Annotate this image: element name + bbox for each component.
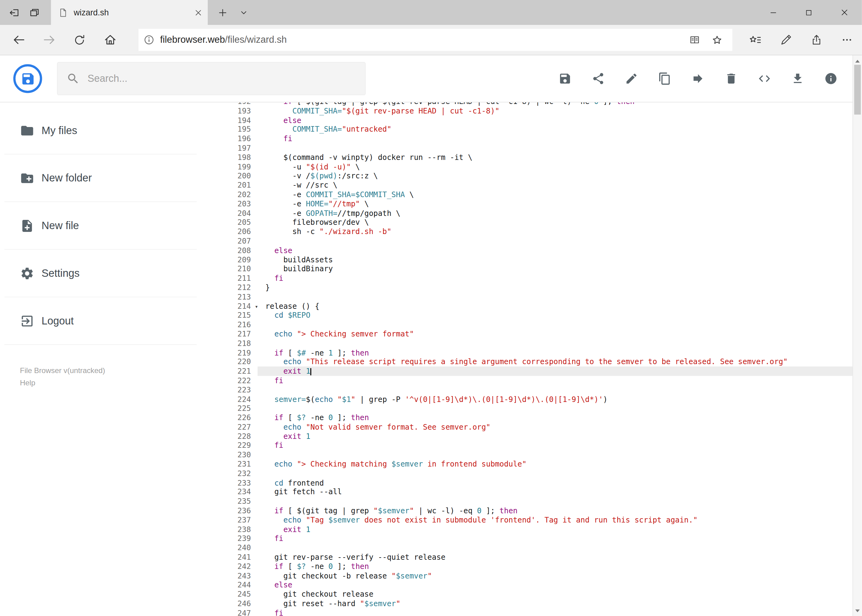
fold-toggle-icon[interactable]: ▾ bbox=[255, 302, 258, 311]
code-line[interactable]: 201 -w //src \ bbox=[223, 181, 862, 190]
address-bar[interactable]: filebrowser.web/files/wizard.sh bbox=[139, 29, 733, 51]
sidebar-item-settings[interactable]: Settings bbox=[4, 250, 197, 297]
code-line[interactable]: 244 else bbox=[223, 580, 862, 589]
code-line[interactable]: 204 -e GOPATH=//tmp/gopath \ bbox=[223, 209, 862, 218]
code-line[interactable]: 220 echo "This release script requires a… bbox=[223, 357, 862, 366]
set-tabs-aside-button[interactable] bbox=[3, 0, 24, 25]
code-line[interactable]: 242 if [ $? -ne 0 ]; then bbox=[223, 562, 862, 571]
sidebar-item-new-folder[interactable]: New folder bbox=[4, 154, 197, 202]
code-line[interactable]: 227 echo "Not valid semver format. See s… bbox=[223, 422, 862, 432]
back-button[interactable] bbox=[3, 25, 34, 55]
code-line[interactable]: 198 $(command -v winpty) docker run --rm… bbox=[223, 152, 862, 162]
code-line[interactable]: 202 -e COMMIT_SHA=$COMMIT_SHA \ bbox=[223, 190, 862, 199]
web-note-button[interactable] bbox=[771, 25, 801, 55]
sidebar-item-logout[interactable]: Logout bbox=[4, 297, 197, 345]
page-scrollbar[interactable] bbox=[853, 55, 862, 616]
code-line[interactable]: 203 -e HOME="//tmp" \ bbox=[223, 199, 862, 209]
code-line[interactable]: 243 git checkout -b release "$semver" bbox=[223, 571, 862, 580]
code-line[interactable]: 195 COMMIT_SHA="untracked" bbox=[223, 125, 862, 134]
code-line[interactable]: 207 bbox=[223, 236, 862, 246]
code-line[interactable]: 199 -u "$(id -u)" \ bbox=[223, 162, 862, 171]
maximize-button[interactable] bbox=[791, 0, 826, 25]
code-line[interactable]: 196 fi bbox=[223, 134, 862, 143]
home-button[interactable] bbox=[95, 25, 125, 55]
forward-button[interactable] bbox=[34, 25, 64, 55]
code-line[interactable]: 212} bbox=[223, 283, 862, 292]
share-page-button[interactable] bbox=[801, 25, 832, 55]
tabs-preview-button[interactable] bbox=[24, 0, 45, 25]
code-line[interactable]: 247 fi bbox=[223, 608, 862, 616]
code-line[interactable]: 235 bbox=[223, 497, 862, 506]
code-line[interactable]: 240 bbox=[223, 543, 862, 552]
share-button[interactable] bbox=[585, 65, 611, 92]
scroll-thumb[interactable] bbox=[854, 65, 861, 115]
new-tab-button[interactable] bbox=[212, 0, 233, 25]
code-line[interactable]: 197 bbox=[223, 143, 862, 152]
code-line[interactable]: 206 sh -c "./wizard.sh -b" bbox=[223, 227, 862, 236]
code-line[interactable]: 230 bbox=[223, 450, 862, 459]
code-line[interactable]: 200 -v /$(pwd):/src:z \ bbox=[223, 171, 862, 181]
code-line[interactable]: 213 bbox=[223, 292, 862, 302]
sidebar-item-my-files[interactable]: My files bbox=[4, 107, 197, 154]
browser-tab[interactable]: wizard.sh bbox=[51, 0, 208, 25]
code-line[interactable]: 229 fi bbox=[223, 441, 862, 450]
reading-view-button[interactable] bbox=[684, 29, 706, 51]
favorite-star-button[interactable] bbox=[706, 29, 728, 51]
code-line[interactable]: 205 filebrowser/dev \ bbox=[223, 218, 862, 227]
code-editor[interactable]: 192 if [ $(git tag | grep $(git rev-pars… bbox=[223, 102, 862, 616]
code-line[interactable]: 234 git fetch --all bbox=[223, 487, 862, 497]
code-line[interactable]: 211 fi bbox=[223, 273, 862, 283]
copy-button[interactable] bbox=[651, 65, 678, 92]
code-line[interactable]: 231 echo "> Checking matching $semver in… bbox=[223, 459, 862, 469]
code-line[interactable]: 225 bbox=[223, 404, 862, 413]
code-line[interactable]: 238 exit 1 bbox=[223, 525, 862, 534]
code-line[interactable]: 210 buildBinary bbox=[223, 264, 862, 273]
scroll-up-button[interactable] bbox=[853, 57, 862, 64]
code-line[interactable]: 217 echo "> Checking semver format" bbox=[223, 329, 862, 339]
code-line[interactable]: 209 buildAssets bbox=[223, 255, 862, 264]
refresh-button[interactable] bbox=[64, 25, 95, 55]
sidebar-item-new-file[interactable]: New file bbox=[4, 202, 197, 250]
code-line[interactable]: 218 bbox=[223, 339, 862, 348]
help-link[interactable]: Help bbox=[20, 377, 224, 389]
code-line[interactable]: 226 if [ $? -ne 0 ]; then bbox=[223, 413, 862, 422]
code-line[interactable]: 233 cd frontend bbox=[223, 478, 862, 487]
move-button[interactable] bbox=[685, 65, 711, 92]
save-button[interactable] bbox=[552, 65, 578, 92]
code-line[interactable]: 221 exit 1 bbox=[223, 366, 862, 376]
minimize-button[interactable] bbox=[755, 0, 791, 25]
info-button[interactable] bbox=[818, 65, 844, 92]
code-line[interactable]: 222 fi bbox=[223, 376, 862, 385]
more-options-button[interactable] bbox=[832, 25, 862, 55]
hub-favorites-button[interactable] bbox=[740, 25, 771, 55]
code-line[interactable]: 224 semver=$(echo "$1" | grep -P '^v(0|[… bbox=[223, 394, 862, 404]
code-line[interactable]: 228 exit 1 bbox=[223, 432, 862, 441]
code-line[interactable]: 245 git checkout release bbox=[223, 589, 862, 599]
code-line[interactable]: 236 if [ $(git tag | grep "$semver" | wc… bbox=[223, 506, 862, 515]
code-line[interactable]: 208 else bbox=[223, 246, 862, 255]
code-line[interactable]: 223 bbox=[223, 385, 862, 394]
tab-close-icon[interactable] bbox=[194, 9, 202, 16]
tab-list-chevron-button[interactable] bbox=[233, 0, 254, 25]
site-info-icon[interactable] bbox=[143, 34, 155, 46]
close-button[interactable] bbox=[827, 0, 862, 25]
code-line[interactable]: 239 fi bbox=[223, 534, 862, 543]
rename-button[interactable] bbox=[618, 65, 645, 92]
search-input[interactable] bbox=[87, 73, 326, 85]
search-box[interactable] bbox=[57, 62, 366, 95]
code-line[interactable]: 237 echo "Tag $semver does not exist in … bbox=[223, 515, 862, 525]
delete-button[interactable] bbox=[718, 65, 744, 92]
code-line[interactable]: 246 git reset --hard "$semver" bbox=[223, 599, 862, 608]
code-line[interactable]: 214▾release () { bbox=[223, 302, 862, 311]
code-line[interactable]: 216 bbox=[223, 320, 862, 329]
code-line[interactable]: 241 git rev-parse --verify --quiet relea… bbox=[223, 552, 862, 561]
scroll-down-button[interactable] bbox=[853, 607, 862, 614]
code-line[interactable]: 193 COMMIT_SHA="$(git rev-parse HEAD | c… bbox=[223, 106, 862, 115]
code-line[interactable]: 215 cd $REPO bbox=[223, 311, 862, 320]
download-button[interactable] bbox=[785, 65, 811, 92]
code-line[interactable]: 192 if [ $(git tag | grep $(git rev-pars… bbox=[223, 102, 862, 106]
code-line[interactable]: 194 else bbox=[223, 115, 862, 124]
code-view-button[interactable] bbox=[751, 65, 778, 92]
code-line[interactable]: 219 if [ $# -ne 1 ]; then bbox=[223, 348, 862, 357]
code-line[interactable]: 232 bbox=[223, 469, 862, 478]
